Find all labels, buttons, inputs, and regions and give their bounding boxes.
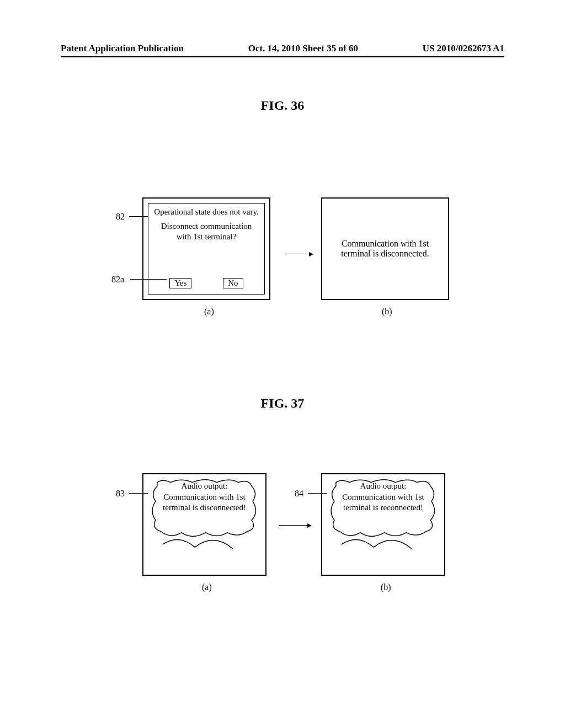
dialog-text-2: Disconnect communication with 1st termin… [154,221,259,243]
no-button[interactable]: No [223,278,243,288]
screen-b-text: Communication with 1st terminal is disco… [329,239,441,259]
header-rule [61,56,504,57]
fig36-arrow [285,254,313,254]
ref-84-leader [308,493,327,494]
ref-82-leader [129,216,148,217]
header-left: Patent Application Publication [61,43,184,54]
yes-button[interactable]: Yes [169,278,191,288]
fig37-screen-b: Audio output: Communication with 1st ter… [321,473,445,576]
ref-82a-label: 82a [111,275,124,285]
fig36-dialog-box: Operational state does not vary. Disconn… [148,203,265,295]
header-center: Oct. 14, 2010 Sheet 35 of 60 [248,43,358,54]
header-right: US 2010/0262673 A1 [423,43,504,54]
ref-84-label: 84 [295,489,303,499]
fig37-screen-a: Audio output: Communication with 1st ter… [142,473,266,576]
fig36-caption-b: (b) [382,307,392,317]
ref-83-leader [129,493,148,494]
fig36-screen-a: Operational state does not vary. Disconn… [142,197,270,300]
ref-83-label: 83 [116,489,125,499]
page-header: Patent Application Publication Oct. 14, … [0,43,565,54]
ref-82-label: 82 [116,212,125,222]
dialog-buttons: Yes No [154,278,259,288]
figure-36-label: FIG. 36 [261,98,305,113]
fig37-arrow [279,525,311,526]
figure-37-label: FIG. 37 [261,396,305,411]
fig36-screen-b: Communication with 1st terminal is disco… [321,197,449,300]
fig37-caption-b: (b) [381,582,391,592]
fig37-caption-a: (a) [202,582,212,592]
ref-82a-leader [130,279,167,280]
bubble-text-b: Audio output: Communication with 1st ter… [334,481,432,513]
bubble-text-a: Audio output: Communication with 1st ter… [156,481,253,513]
dialog-text-1: Operational state does not vary. [154,207,259,218]
fig36-caption-a: (a) [204,307,214,317]
